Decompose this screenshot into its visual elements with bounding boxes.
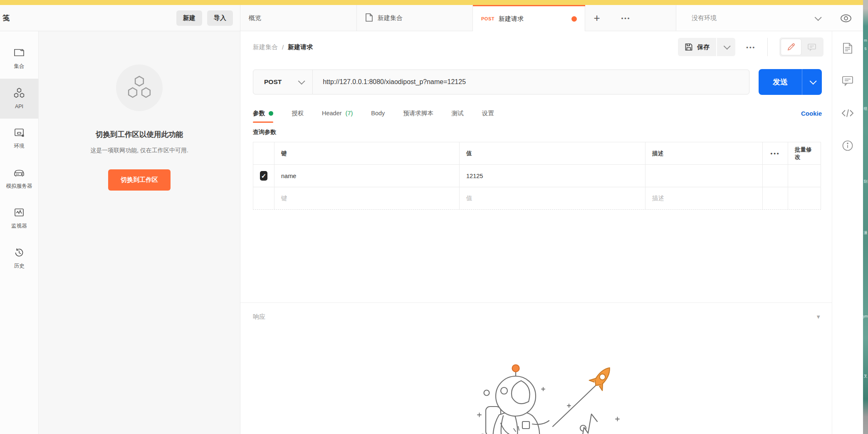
tab-method-badge: POST bbox=[481, 16, 495, 21]
description-cell[interactable] bbox=[645, 165, 762, 187]
edge-fragment: 组 bbox=[863, 106, 868, 112]
sidebar-item-history[interactable]: 历史 bbox=[0, 238, 38, 278]
documentation-button[interactable] bbox=[840, 40, 856, 56]
sidebar-item-label: 模拟服务器 bbox=[6, 183, 32, 190]
method-select[interactable]: POST bbox=[253, 70, 313, 94]
tab-settings-label: 设置 bbox=[482, 109, 494, 117]
breadcrumb-request-name[interactable]: 新建请求 bbox=[288, 43, 313, 51]
edge-fragment: 叉 bbox=[863, 374, 868, 379]
left-panel-header: 笺 新建 导入 bbox=[0, 5, 240, 31]
tab-prerequest-label: 预请求脚本 bbox=[403, 109, 433, 117]
save-button-group: 保存 bbox=[678, 38, 735, 56]
code-snippet-button[interactable] bbox=[840, 105, 856, 121]
collections-icon bbox=[14, 48, 25, 60]
save-button-label: 保存 bbox=[697, 43, 710, 51]
tab-new-request[interactable]: POST 新建请求 bbox=[473, 5, 585, 31]
context-bar bbox=[832, 31, 863, 434]
send-button[interactable]: 发送 bbox=[759, 69, 802, 95]
tab-body[interactable]: Body bbox=[371, 104, 385, 123]
save-icon bbox=[685, 43, 693, 51]
params-more-button[interactable]: ••• bbox=[762, 142, 788, 164]
edge-fragment: m bbox=[863, 38, 868, 42]
sidebar-item-mock-servers[interactable]: 模拟服务器 bbox=[0, 159, 38, 198]
url-input[interactable]: http://127.0.0.1:8080/xiaodipost_p?name=… bbox=[313, 70, 749, 94]
tab-headers-label: Header bbox=[322, 110, 342, 117]
switch-to-workspace-button[interactable]: 切换到工作区 bbox=[108, 169, 171, 191]
workspace-notice-heading: 切换到工作区以使用此功能 bbox=[83, 129, 195, 139]
sidebar-item-collections[interactable]: 集合 bbox=[0, 39, 38, 79]
tab-params[interactable]: 参数 bbox=[253, 104, 273, 123]
response-title: 响应 bbox=[253, 313, 265, 321]
info-button[interactable] bbox=[840, 138, 856, 154]
tab-body-label: Body bbox=[371, 110, 385, 117]
comments-panel-button[interactable] bbox=[840, 73, 856, 89]
send-button-group: 发送 bbox=[759, 69, 822, 95]
left-sidebar: 集合 API 环境 bbox=[0, 31, 39, 434]
tab-new-collection[interactable]: 新建集合 bbox=[357, 5, 473, 31]
edit-comment-toggle bbox=[779, 37, 823, 57]
main-row: 集合 API 环境 bbox=[0, 31, 863, 434]
workspace-notice-panel: 切换到工作区以使用此功能 这是一项联网功能, 仅在工作区中可用. 切换到工作区 bbox=[39, 31, 240, 434]
tab-tests[interactable]: 测试 bbox=[452, 104, 464, 123]
request-editor: 新建集合 / 新建请求 保存 ••• bbox=[240, 31, 832, 434]
spacer bbox=[643, 5, 676, 31]
description-cell-placeholder[interactable]: 描述 bbox=[645, 187, 762, 209]
chevron-down-icon bbox=[724, 42, 731, 50]
save-options-button[interactable] bbox=[717, 38, 735, 56]
breadcrumb-row: 新建集合 / 新建请求 保存 ••• bbox=[240, 31, 832, 63]
value-cell-placeholder[interactable]: 值 bbox=[459, 187, 645, 209]
tab-bar: 概览 新建集合 POST 新建请求 + ••• 没有环境 bbox=[240, 5, 863, 31]
tab-tests-label: 测试 bbox=[452, 109, 464, 117]
edge-fragment: 5 bbox=[863, 47, 868, 51]
row-bulk-cell bbox=[788, 165, 821, 187]
method-selected-label: POST bbox=[264, 78, 282, 86]
edge-fragment: ym bbox=[863, 314, 868, 318]
scratchpad-title: 笺 bbox=[2, 13, 10, 23]
save-button[interactable]: 保存 bbox=[678, 38, 716, 56]
edit-mode-button[interactable] bbox=[781, 39, 801, 55]
tab-settings[interactable]: 设置 bbox=[482, 104, 494, 123]
cookie-link[interactable]: Cookie bbox=[801, 110, 822, 117]
headers-count-badge: (7) bbox=[346, 110, 353, 117]
tab-overview-label: 概览 bbox=[249, 14, 261, 22]
request-section-tabs: 参数 授权 Header (7) Body 预请求脚本 测试 设置 bbox=[240, 104, 832, 123]
description-column-header: 描述 bbox=[645, 142, 762, 164]
tab-new-request-label: 新建请求 bbox=[499, 15, 524, 23]
url-field: POST http://127.0.0.1:8080/xiaodipost_p?… bbox=[253, 69, 749, 94]
comments-button[interactable] bbox=[801, 39, 822, 55]
file-icon bbox=[365, 13, 373, 23]
value-cell[interactable]: 12125 bbox=[459, 165, 645, 187]
environment-selector[interactable]: 没有环境 bbox=[676, 5, 863, 31]
key-cell[interactable]: name bbox=[274, 165, 459, 187]
row-select-cell: ✓ bbox=[253, 165, 274, 187]
row-checkbox[interactable]: ✓ bbox=[260, 171, 267, 181]
sidebar-item-monitors[interactable]: 监视器 bbox=[0, 198, 38, 238]
sidebar-item-environments[interactable]: 环境 bbox=[0, 119, 38, 159]
breadcrumb-collection[interactable]: 新建集合 bbox=[253, 43, 278, 51]
breadcrumb-separator: / bbox=[282, 44, 284, 51]
tab-authorization[interactable]: 授权 bbox=[292, 104, 304, 123]
response-section: 响应 ▼ bbox=[240, 303, 832, 321]
new-button[interactable]: 新建 bbox=[176, 10, 202, 26]
value-column-header: 值 bbox=[459, 142, 645, 164]
add-tab-button[interactable]: + bbox=[585, 5, 608, 31]
response-collapse-button[interactable]: ▼ bbox=[816, 314, 821, 320]
environment-quicklook-button[interactable] bbox=[840, 14, 852, 23]
sidebar-item-label: 环境 bbox=[14, 143, 25, 150]
monitor-icon bbox=[14, 208, 25, 219]
key-cell-placeholder[interactable]: 键 bbox=[274, 187, 459, 209]
tab-authorization-label: 授权 bbox=[292, 109, 304, 117]
send-options-button[interactable] bbox=[802, 69, 822, 95]
tab-more-button[interactable]: ••• bbox=[608, 5, 643, 31]
bulk-edit-button[interactable]: 批量修改 bbox=[788, 142, 821, 164]
tab-prerequest-script[interactable]: 预请求脚本 bbox=[403, 104, 433, 123]
sidebar-item-api[interactable]: API bbox=[0, 79, 38, 119]
tab-headers[interactable]: Header (7) bbox=[322, 104, 353, 123]
chevron-down-icon[interactable] bbox=[815, 14, 822, 21]
tab-overview[interactable]: 概览 bbox=[240, 5, 357, 31]
sidebar-item-label: API bbox=[15, 104, 23, 109]
unsaved-dot-icon bbox=[571, 16, 577, 22]
request-more-button[interactable]: ••• bbox=[746, 44, 756, 50]
import-button[interactable]: 导入 bbox=[207, 10, 233, 26]
comment-icon bbox=[807, 43, 816, 51]
